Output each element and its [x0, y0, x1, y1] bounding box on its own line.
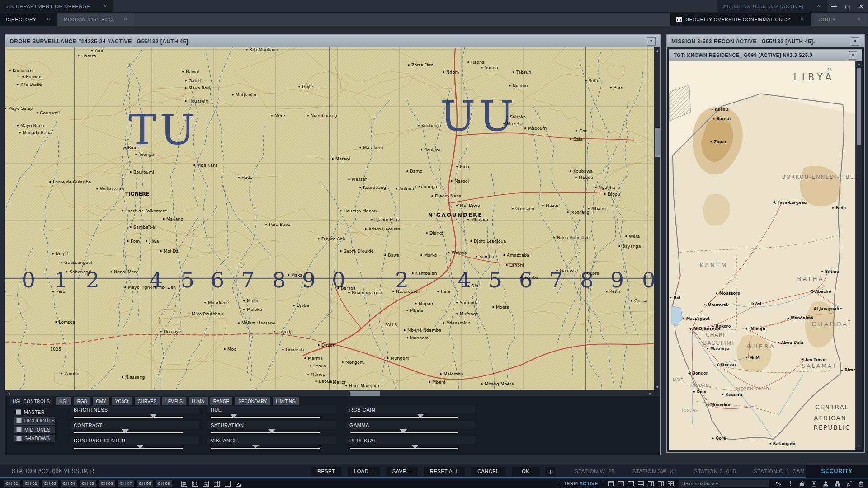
channel-button-ch-05[interactable]: CH 05 [80, 480, 96, 487]
layout-columns-icon[interactable] [657, 480, 664, 487]
close-icon[interactable]: ✕ [103, 3, 107, 9]
scrollbar-thumb[interactable] [350, 391, 380, 396]
reset-button[interactable]: RESET [311, 467, 341, 476]
slider-thumb[interactable] [230, 414, 237, 418]
slider-track[interactable] [211, 413, 320, 421]
slider-thumb[interactable] [400, 429, 407, 433]
close-button[interactable]: ✕ [647, 37, 656, 46]
table-view-icon[interactable] [213, 480, 220, 487]
slider-thumb[interactable] [411, 445, 419, 449]
maximize-button[interactable]: ▢ [841, 0, 854, 12]
tab-security-override-confirmation-02[interactable]: SECURITY OVERRIDE CONFIRMATION 02✕ [670, 13, 811, 26]
scroll-down-icon[interactable]: ▼ [856, 443, 862, 450]
channel-button-ch-09[interactable]: CH 09 [156, 480, 172, 487]
layout-grid-icon[interactable] [667, 480, 674, 487]
close-button[interactable]: ✕ [851, 37, 859, 46]
scroll-down-icon[interactable]: ▼ [654, 384, 660, 390]
channel-button-ch-03[interactable]: CH 03 [42, 480, 58, 487]
rss-icon[interactable] [846, 480, 853, 487]
checkbox-shadows[interactable]: SHADOWS [14, 435, 55, 442]
scroll-right-icon[interactable]: ► [647, 390, 654, 397]
slider-track[interactable] [350, 413, 458, 421]
add-button[interactable]: + [545, 467, 556, 476]
slider-thumb[interactable] [137, 445, 144, 449]
checkbox-box[interactable] [16, 418, 22, 423]
ok-button[interactable]: OK [512, 467, 540, 476]
checkbox-box[interactable] [16, 427, 22, 432]
tab-mission-0451-e003[interactable]: MISSION 0451-E003✕ [58, 13, 134, 26]
controls-tab-cmy[interactable]: CMY [93, 397, 109, 405]
layout-center-icon[interactable] [627, 480, 634, 487]
layout-top-icon[interactable] [608, 480, 614, 487]
autolink-tab[interactable]: AUTOLINK D355_352 [ACTIVE] ✕ [717, 0, 827, 12]
station-link-station-w-2b[interactable]: STATION W_2B [575, 469, 615, 474]
slider-track[interactable] [74, 429, 183, 436]
checkbox-master[interactable]: MASTER [14, 408, 55, 416]
layout-bottom-icon[interactable] [637, 480, 644, 487]
controls-tab-hsl[interactable]: HSL [56, 397, 71, 405]
tab-tools[interactable]: TOOLS✕ [811, 13, 867, 26]
checkbox-highlights[interactable]: HIGHLIGHTS [14, 417, 55, 425]
channel-button-ch-07[interactable]: CH 07 [118, 480, 134, 487]
slider-thumb[interactable] [150, 414, 157, 418]
minimize-button[interactable]: — [827, 0, 841, 12]
horizontal-scrollbar[interactable]: ◄ ► [5, 390, 654, 396]
topo-map-viewport[interactable]: TUUU012456789024567890 KoukoumiAïnéHamza… [5, 47, 660, 396]
close-button[interactable]: ✕ [854, 0, 868, 12]
scroll-left-icon[interactable]: ◄ [5, 390, 12, 397]
layout-left-icon[interactable] [618, 480, 624, 487]
recon-map-viewport[interactable]: 22LIBYABORKOU-ENNEDI-TIBESTIKANEMBATHAOU… [669, 61, 862, 450]
checkbox-midtones[interactable]: MIDTONES [14, 426, 55, 433]
controls-tab-limiting[interactable]: LIMITING [273, 397, 298, 405]
station-link-station-sw-u1[interactable]: STATION SW_U1 [632, 469, 677, 474]
station-link-station-s-01b[interactable]: STATION S_01B [694, 469, 736, 474]
slider-thumb[interactable] [417, 414, 424, 418]
cancel-button[interactable]: CANCEL [471, 467, 505, 476]
blank-view-icon[interactable] [224, 480, 231, 487]
controls-tab-ycbcr[interactable]: YCbCr [112, 397, 132, 405]
edit-view-icon[interactable] [235, 480, 242, 487]
scroll-up-icon[interactable]: ▲ [654, 47, 660, 54]
controls-tab-curves[interactable]: CURVES [135, 397, 160, 405]
lock-icon[interactable] [799, 480, 806, 487]
slider-thumb[interactable] [122, 429, 129, 433]
kebab-icon[interactable] [787, 480, 794, 487]
scrollbar-thumb[interactable] [655, 128, 660, 157]
slider-track[interactable] [350, 444, 458, 451]
close-icon[interactable]: ✕ [857, 16, 861, 22]
scrollbar-thumb[interactable] [857, 68, 861, 145]
app-tab[interactable]: US DEPARTMENT OF DEFENSE ✕ [0, 0, 113, 12]
document-icon[interactable] [811, 480, 817, 487]
close-icon[interactable]: ✕ [816, 3, 821, 9]
search-input[interactable] [679, 480, 769, 487]
controls-tab-levels[interactable]: LEVELS [162, 397, 186, 405]
close-button[interactable]: ✕ [849, 51, 857, 60]
station-link-station-c-1-cam[interactable]: STATION C_1_CAM [754, 469, 805, 474]
slider-track[interactable] [74, 413, 183, 421]
split-list-icon[interactable] [192, 480, 198, 487]
slider-thumb[interactable] [268, 429, 275, 433]
slider-track[interactable] [211, 444, 320, 451]
reset-all-button[interactable]: RESET ALL [424, 467, 465, 476]
controls-tab-secondary[interactable]: SECONDARY [235, 397, 270, 405]
slider-track[interactable] [350, 429, 458, 436]
tab-directory[interactable]: DIRECTORY✕ [0, 13, 57, 26]
user-icon[interactable] [822, 480, 829, 487]
sitemap-icon[interactable] [834, 480, 841, 487]
close-icon[interactable]: ✕ [800, 16, 805, 22]
alarm-icon[interactable] [775, 480, 782, 487]
slider-thumb[interactable] [252, 445, 259, 449]
channel-button-ch-04[interactable]: CH 04 [61, 480, 77, 487]
controls-tab-rgb[interactable]: RGB [74, 397, 90, 405]
detail-list-icon[interactable] [203, 480, 209, 487]
checkbox-box[interactable] [16, 436, 22, 441]
channel-button-ch-08[interactable]: CH 08 [137, 480, 153, 487]
controls-tab-range[interactable]: RANGE [210, 397, 233, 405]
vertical-scrollbar[interactable]: ▲ ▼ [654, 47, 660, 390]
list-view-icon[interactable] [181, 480, 188, 487]
trash-icon[interactable] [858, 480, 864, 487]
checkbox-box[interactable] [16, 409, 21, 415]
topo-map[interactable]: TUUU012456789024567890 KoukoumiAïnéHamza… [5, 47, 654, 390]
recon-map[interactable]: 22LIBYABORKOU-ENNEDI-TIBESTIKANEMBATHAOU… [669, 61, 855, 450]
load-button[interactable]: LOAD... [348, 467, 380, 476]
